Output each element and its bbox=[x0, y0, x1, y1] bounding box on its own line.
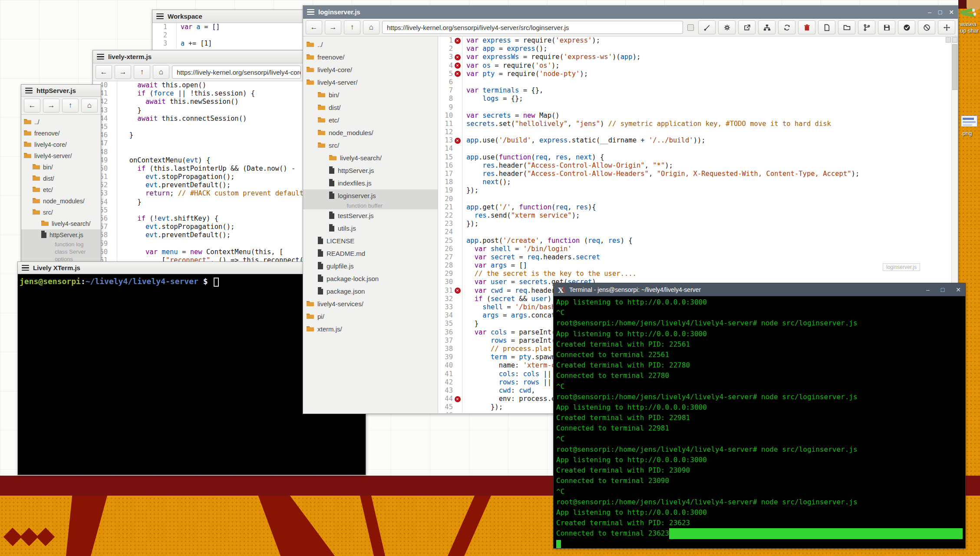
tree-item-etc[interactable]: etc/ bbox=[303, 114, 438, 126]
code-line[interactable]: 56 if (!evt.shiftKey) { bbox=[93, 215, 304, 223]
httpserver-titlebar[interactable]: httpServer.js bbox=[21, 85, 101, 97]
tree-item-package-lock-json[interactable]: package-lock.json bbox=[303, 272, 438, 285]
tree-item-lively4-server[interactable]: lively4-server/ bbox=[303, 76, 438, 89]
menu-icon[interactable] bbox=[307, 9, 314, 15]
xterm-editor-titlebar[interactable]: lively-xterm.js bbox=[93, 50, 304, 63]
tree-item-freenove[interactable]: freenove/ bbox=[21, 128, 101, 139]
sitemap-button[interactable] bbox=[758, 20, 775, 34]
tree-item-lively4-search[interactable]: lively4-search/ bbox=[21, 218, 101, 229]
menu-icon[interactable] bbox=[97, 54, 104, 60]
tree-item-license[interactable]: LICENSE bbox=[303, 235, 438, 247]
tree-item-dist[interactable]: dist/ bbox=[21, 173, 101, 184]
code-line[interactable]: 27 var secret = req.headers.secret bbox=[438, 253, 958, 261]
code-line[interactable]: 43 } bbox=[93, 106, 304, 115]
tree-item-testserver-js[interactable]: testServer.js bbox=[303, 209, 438, 222]
tree-item-lively4-search[interactable]: lively4-search/ bbox=[303, 152, 438, 164]
code-line[interactable]: 22 res.send("xterm service"); bbox=[438, 212, 958, 220]
tree-item-[interactable]: ../ bbox=[303, 38, 438, 51]
code-line[interactable]: 15app.use(function(req, res, next) { bbox=[438, 153, 958, 162]
code-line[interactable]: 10var secrets = new Map() bbox=[438, 112, 958, 120]
code-line[interactable]: 47 bbox=[93, 139, 304, 148]
file-button[interactable] bbox=[818, 20, 835, 34]
tree-item-lively4-core[interactable]: lively4-core/ bbox=[21, 139, 101, 150]
code-line[interactable]: 58 evt.preventDefault(); bbox=[93, 231, 304, 239]
tree-item-loginserver-js[interactable]: loginserver.jsfunction buffer bbox=[303, 189, 438, 209]
up-button[interactable]: ↑ bbox=[344, 20, 360, 34]
code-line[interactable]: 11secrets.set("hellolively", "jens") // … bbox=[438, 120, 958, 128]
code-branch-button[interactable] bbox=[858, 20, 875, 34]
code-line[interactable]: 7var terminals = {}, bbox=[438, 86, 958, 95]
code-line[interactable]: 52 evt.preventDefault(); bbox=[93, 181, 304, 189]
back-button[interactable]: ← bbox=[96, 65, 112, 79]
up-button[interactable]: ↑ bbox=[134, 65, 150, 79]
loginserver-titlebar[interactable]: loginserver.js – □ ✕ bbox=[303, 6, 958, 19]
url-input[interactable]: https://lively-kernel.org/sensorpi/livel… bbox=[172, 66, 301, 79]
code-line[interactable]: 49 onContextMenu(evt) { bbox=[93, 156, 304, 165]
code-line[interactable]: 23}); bbox=[438, 220, 958, 228]
forward-button[interactable]: → bbox=[43, 99, 59, 113]
tree-item-node-modules[interactable]: node_modules/ bbox=[303, 126, 438, 139]
code-line[interactable]: 42 await this.newSession() bbox=[93, 98, 304, 106]
desktop-icon-share[interactable]: wasea up shar bbox=[960, 9, 980, 34]
tree-item-lively4-services[interactable]: lively4-services/ bbox=[303, 298, 438, 310]
code-line[interactable]: 51 evt.stopPropagation(); bbox=[93, 173, 304, 181]
tree-item-lively4-core[interactable]: lively4-core/ bbox=[303, 63, 438, 76]
menu-icon[interactable] bbox=[156, 13, 164, 20]
tree-item-indexfiles-js[interactable]: indexfiles.js bbox=[303, 177, 438, 189]
tree-item-pi[interactable]: pi/ bbox=[303, 310, 438, 323]
forward-button[interactable]: → bbox=[115, 65, 131, 79]
home-button[interactable]: ⌂ bbox=[153, 65, 169, 79]
edit-mode-checkbox[interactable] bbox=[687, 24, 694, 31]
scrollbar-button[interactable] bbox=[952, 37, 957, 43]
code-line[interactable]: 44 await this.connectSession() bbox=[93, 115, 304, 123]
tree-item-gulpfile-js[interactable]: gulpfile.js bbox=[303, 260, 438, 272]
code-line[interactable]: 55 bbox=[93, 206, 304, 215]
code-line[interactable]: 60 var menu = new ContextMenu(this, [ bbox=[93, 248, 304, 256]
menu-icon[interactable] bbox=[25, 88, 33, 94]
save-button[interactable] bbox=[878, 20, 895, 34]
minimize-icon[interactable]: – bbox=[926, 286, 930, 293]
tree-item-httpserver-js[interactable]: httpServer.jsfunction logclass Serveropt… bbox=[21, 229, 101, 263]
code-line[interactable]: 26 var shell = '/bin/login' bbox=[438, 245, 958, 253]
code-line[interactable]: 1✕var express = require('express'); bbox=[438, 36, 958, 45]
code-line[interactable]: 48 bbox=[93, 148, 304, 156]
back-button[interactable]: ← bbox=[306, 20, 322, 34]
url-input[interactable]: https://lively-kernel.org/sensorpi/livel… bbox=[382, 21, 683, 34]
tree-item-utils-js[interactable]: utils.js bbox=[303, 222, 438, 235]
close-icon[interactable]: ✕ bbox=[956, 286, 961, 293]
ban-button[interactable] bbox=[918, 20, 935, 34]
maximize-icon[interactable]: □ bbox=[938, 9, 942, 16]
code-line[interactable]: 59 bbox=[93, 240, 304, 248]
tree-item-node-modules[interactable]: node_modules/ bbox=[21, 195, 101, 207]
home-button[interactable]: ⌂ bbox=[363, 20, 379, 34]
forward-button[interactable]: → bbox=[325, 20, 341, 34]
code-line[interactable]: 9 bbox=[438, 103, 958, 112]
code-line[interactable]: 8 logs = {}; bbox=[438, 95, 958, 103]
gears-button[interactable] bbox=[718, 20, 736, 34]
code-line[interactable]: 54 } bbox=[93, 198, 304, 206]
back-button[interactable]: ← bbox=[24, 99, 40, 113]
code-line[interactable]: 13✕app.use('/build', express.static(__di… bbox=[438, 136, 958, 145]
code-line[interactable]: 21app.get('/', function(req, res){ bbox=[438, 203, 958, 212]
code-line[interactable]: 14 bbox=[438, 145, 958, 153]
code-line[interactable]: 6 bbox=[438, 78, 958, 86]
maximize-icon[interactable]: □ bbox=[941, 286, 944, 293]
xterm-editor-code[interactable]: 40 await this.open()41 if (force || !thi… bbox=[93, 81, 304, 263]
code-line[interactable]: 40 await this.open() bbox=[93, 81, 304, 89]
tree-item-bin[interactable]: bin/ bbox=[303, 89, 438, 101]
tree-item-[interactable]: ../ bbox=[21, 116, 101, 128]
tree-item-src[interactable]: src/ bbox=[303, 139, 438, 152]
tree-item-xterm-js[interactable]: xterm.js/ bbox=[303, 323, 438, 335]
scrollbar-button[interactable] bbox=[946, 37, 951, 43]
code-line[interactable]: 57 evt.stopPropagation(); bbox=[93, 223, 304, 231]
tree-item-src[interactable]: src/ bbox=[21, 207, 101, 218]
terminal-titlebar[interactable]: X∖ Terminal - jens@sensorpi: ~/lively4/l… bbox=[554, 283, 965, 296]
close-icon[interactable]: ✕ bbox=[949, 9, 954, 16]
scrollbar-thumb[interactable] bbox=[952, 44, 957, 90]
brush-button[interactable] bbox=[698, 20, 716, 34]
up-button[interactable]: ↑ bbox=[62, 99, 79, 113]
tree-item-freenove[interactable]: freenove/ bbox=[303, 51, 438, 63]
minimize-icon[interactable]: – bbox=[928, 9, 931, 16]
external-link-button[interactable] bbox=[738, 20, 756, 34]
trash-button[interactable] bbox=[798, 20, 815, 34]
